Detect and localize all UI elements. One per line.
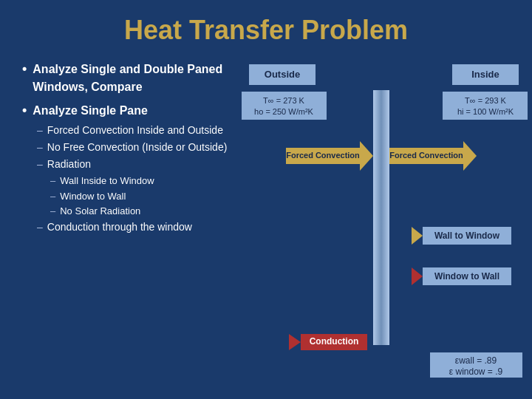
sub-item-1-text: Forced Convection Inside and Outside	[47, 123, 223, 138]
wall-to-window-arrow	[412, 227, 423, 245]
slide-title: Heat Transfer Problem	[22, 15, 510, 46]
diagram-svg: Outside Inside T∞ = 273 K ho = 250 W/m²K…	[242, 61, 530, 378]
sub-item-4: – Conduction through the window	[37, 219, 242, 235]
dash-3: –	[37, 157, 43, 172]
sub-sub-3: – No Solar Radiation	[50, 204, 242, 219]
window-to-wall-label: Window to Wall	[434, 271, 499, 282]
sub-item-3: – Radiation	[37, 157, 242, 172]
bullet-dot-2: •	[22, 102, 27, 119]
forced-convection-left-label: Forced Convection	[286, 151, 360, 160]
sub-sub-list: – Wall Inside to Window – Window to Wall…	[50, 174, 242, 219]
left-panel: • Analyze Single and Double Paned Window…	[22, 61, 242, 378]
outside-h: ho = 250 W/m²K	[254, 107, 313, 116]
diagram-area: Outside Inside T∞ = 273 K ho = 250 W/m²K…	[242, 61, 510, 378]
sub-sub-1: – Wall Inside to Window	[50, 174, 242, 188]
epsilon-window: ε window = .9	[449, 366, 503, 377]
conduction-label: Conduction	[310, 336, 359, 347]
epsilon-wall: εwall = .89	[455, 355, 497, 366]
sub-item-4-text: Conduction through the window	[47, 219, 192, 235]
sub-item-2-text: No Free Convection (Inside or Outside)	[47, 140, 228, 155]
sub-item-2: – No Free Convection (Inside or Outside)	[37, 140, 242, 155]
dash-5: –	[50, 189, 55, 204]
bullet-2-text: Analyze Single Pane	[33, 102, 148, 120]
sub-sub-3-text: No Solar Radiation	[60, 204, 140, 219]
sub-item-1: – Forced Convection Inside and Outside	[37, 123, 242, 138]
dash-2: –	[37, 140, 43, 155]
forced-convection-left-arrow	[360, 141, 373, 171]
conduction-arrow	[289, 334, 301, 350]
content-area: • Analyze Single and Double Paned Window…	[22, 61, 510, 378]
forced-convection-right-arrow	[463, 141, 477, 171]
outside-temp: T∞ = 273 K	[263, 96, 305, 105]
dash-4: –	[50, 174, 55, 188]
bullet-1-text: Analyze Single and Double Paned Windows,…	[33, 61, 242, 96]
bullet-dot-1: •	[22, 61, 27, 78]
sub-list: – Forced Convection Inside and Outside –…	[37, 123, 242, 235]
dash-6: –	[50, 204, 55, 219]
inside-label: Inside	[471, 69, 499, 80]
forced-convection-right-label: Forced Convection	[389, 151, 463, 160]
window-to-wall-arrow	[412, 267, 423, 285]
outside-label: Outside	[265, 69, 300, 80]
sub-sub-1-text: Wall Inside to Window	[60, 174, 154, 188]
inside-temp: T∞ = 293 K	[465, 96, 507, 105]
dash-1: –	[37, 123, 43, 138]
bullet-1: • Analyze Single and Double Paned Window…	[22, 61, 242, 96]
wall-to-window-label: Wall to Window	[434, 231, 500, 241]
inside-h: hi = 100 W/m²K	[457, 107, 514, 116]
window-wall	[373, 90, 389, 345]
bullet-2: • Analyze Single Pane	[22, 102, 242, 120]
sub-sub-2: – Window to Wall	[50, 189, 242, 204]
dash-7: –	[37, 219, 43, 235]
slide: Heat Transfer Problem • Analyze Single a…	[0, 0, 532, 399]
sub-item-3-text: Radiation	[47, 157, 91, 172]
sub-sub-2-text: Window to Wall	[60, 189, 126, 204]
